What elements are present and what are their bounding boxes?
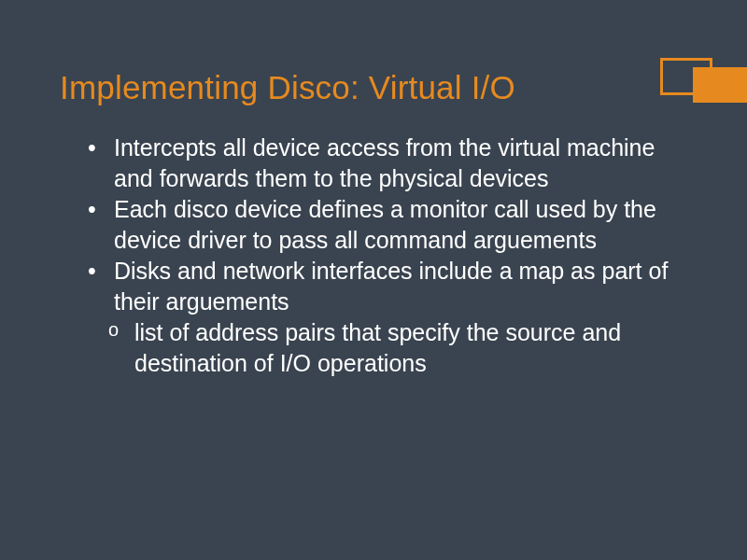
sub-bullet-item: list of address pairs that specify the s…: [88, 317, 691, 379]
bullet-text: Intercepts all device access from the vi…: [114, 134, 655, 191]
slide-content: Intercepts all device access from the vi…: [60, 133, 691, 379]
bullet-item: Intercepts all device access from the vi…: [88, 133, 691, 194]
sub-bullet-text: list of address pairs that specify the s…: [134, 319, 621, 376]
bullet-text: Disks and network interfaces include a m…: [114, 258, 668, 315]
slide-title: Implementing Disco: Virtual I/O: [60, 69, 691, 106]
bullet-text: Each disco device defines a monitor call…: [114, 196, 656, 253]
bullet-item: Each disco device defines a monitor call…: [88, 194, 691, 256]
slide-container: Implementing Disco: Virtual I/O Intercep…: [0, 0, 747, 379]
bullet-item: Disks and network interfaces include a m…: [88, 256, 691, 317]
decoration-solid-box: [693, 67, 747, 103]
